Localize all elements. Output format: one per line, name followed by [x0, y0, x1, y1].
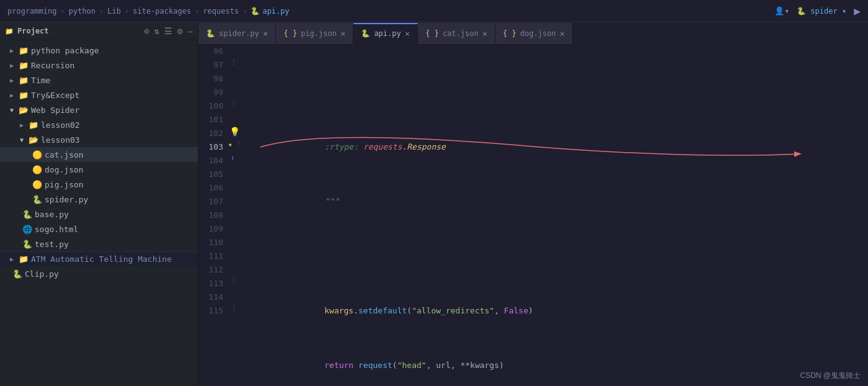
sidebar-item-test-py[interactable]: 🐍 test.py — [0, 236, 198, 251]
sidebar-item-sogo-html[interactable]: 🌐 sogo.html — [0, 222, 198, 236]
tab-label: spider.py — [219, 29, 259, 38]
sidebar-item-python-package[interactable]: ▶ 📁 python package — [0, 43, 198, 58]
tab-close-button[interactable]: × — [405, 29, 410, 38]
sidebar-locate-icon[interactable]: ⊙ — [144, 26, 149, 36]
sidebar-item-time[interactable]: ▶ 📁 Time — [0, 73, 198, 88]
folder-icon: 📁 — [19, 91, 29, 100]
lnum-115: 115 — [198, 304, 223, 318]
sidebar-item-webspider[interactable]: ▼ 📂 Web Spider — [0, 102, 198, 117]
sidebar-expand-icon[interactable]: ☰ — [164, 26, 172, 36]
bc-requests[interactable]: requests — [203, 7, 239, 16]
sidebar-item-label: python package — [31, 46, 99, 55]
star-103: ★ — [228, 140, 232, 148]
folder-icon: 📂 — [19, 105, 29, 115]
tab-label: api.py — [374, 29, 401, 38]
tab-cat-json[interactable]: { } cat.json × — [418, 23, 495, 44]
lnum-106: 106 — [198, 181, 223, 195]
breadcrumb-right: 👤▾ 🐍 spider ▾ ▶ — [774, 4, 861, 17]
code-text: return request("head", url, **kwargs) — [305, 361, 504, 370]
lnum-114: 114 — [198, 290, 223, 304]
sidebar-item-label: spider.py — [45, 195, 88, 204]
code-line-99: kwargs.setdefault("allow_redirects", Fal… — [247, 290, 868, 304]
spider-label: 🐍 spider ▾ — [797, 7, 846, 16]
branch-115: ⋮ — [231, 304, 237, 311]
tab-spider-py[interactable]: 🐍 spider.py × — [198, 23, 276, 44]
lnum-102: 102 — [198, 127, 223, 140]
sidebar-item-pig-json[interactable]: 🟡 pig.json — [0, 177, 198, 192]
tab-close-button[interactable]: × — [263, 29, 268, 38]
arrow-icon: ▶ — [10, 47, 19, 54]
sidebar-item-spider-py[interactable]: 🐍 spider.py — [0, 192, 198, 207]
run-button[interactable]: ▶ — [854, 4, 861, 17]
sidebar-item-lesson03[interactable]: ▼ 📂 lesson03 — [0, 132, 198, 147]
sidebar-item-label: lesson03 — [41, 135, 80, 145]
gutter: ⋮ ⋮ 💡 ★ ⋮ ↓ ⋮ ⋮ — [228, 45, 242, 386]
sidebar-item-label: Clip.py — [25, 269, 59, 279]
sidebar-item-tryexcept[interactable]: ▶ 📁 Try&Except — [0, 88, 198, 102]
branch-97: ⋮ — [231, 58, 237, 65]
arrow-icon: ▶ — [10, 92, 19, 99]
arrow-icon: ▼ — [20, 137, 29, 143]
tab-pig-json[interactable]: { } pig.json × — [276, 23, 353, 44]
sidebar-item-clip-py[interactable]: 🐍 Clip.py — [0, 266, 198, 281]
editor-area: 🐍 spider.py × { } pig.json × 🐍 api.py × … — [198, 22, 868, 386]
code-content[interactable]: :rtype: requests.Response """ kwargs.set… — [242, 45, 868, 386]
lnum-105: 105 — [198, 168, 223, 181]
bc-python[interactable]: python — [69, 7, 95, 16]
arrow-icon: ▶ — [20, 122, 29, 128]
json-file-icon: 🟡 — [32, 165, 42, 174]
bc-api-py[interactable]: api.py — [262, 7, 289, 16]
main-layout: 📁 Project ⊙ ⇅ ☰ ⚙ — ▶ 📁 python package ▶ — [0, 22, 868, 386]
lnum-97: 97 — [198, 58, 223, 72]
lnum-109: 109 — [198, 222, 223, 236]
sidebar-header: 📁 Project ⊙ ⇅ ☰ ⚙ — — [0, 22, 198, 40]
lnum-100: 100 — [198, 99, 223, 113]
code-line-97: """ — [247, 181, 868, 195]
tab-dog-json[interactable]: { } dog.json × — [495, 23, 573, 44]
sidebar: 📁 Project ⊙ ⇅ ☰ ⚙ — ▶ 📁 python package ▶ — [0, 22, 198, 386]
lnum-101: 101 — [198, 113, 223, 127]
bulb-102[interactable]: 💡 — [229, 127, 240, 137]
lnum-110: 110 — [198, 236, 223, 249]
html-file-icon: 🌐 — [22, 225, 32, 234]
lnum-96: 96 — [198, 45, 223, 58]
sidebar-settings-icon[interactable]: ⚙ — [177, 26, 182, 36]
sidebar-item-label: ATM Automatic Telling Machine — [31, 254, 172, 264]
sidebar-minimize-icon[interactable]: — — [188, 26, 193, 36]
sidebar-tree: ▶ 📁 python package ▶ 📁 Recursion ▶ 📁 Tim… — [0, 40, 198, 386]
sep4: › — [195, 7, 199, 16]
tab-label: pig.json — [301, 29, 337, 38]
sidebar-item-label: pig.json — [45, 180, 84, 189]
arrow-104: ↓ — [231, 154, 234, 161]
folder-icon: 📁 — [19, 61, 29, 70]
code-editor[interactable]: 96 97 98 99 100 101 102 103 104 105 106 … — [198, 45, 868, 386]
sidebar-item-label: Web Spider — [31, 105, 79, 115]
sidebar-sort-icon[interactable]: ⇅ — [154, 26, 159, 36]
bc-site-packages[interactable]: site-packages — [133, 7, 191, 16]
sidebar-item-dog-json[interactable]: 🟡 dog.json — [0, 162, 198, 177]
arrow-icon: ▼ — [10, 107, 19, 114]
tab-close-button[interactable]: × — [340, 29, 345, 38]
user-icon[interactable]: 👤▾ — [774, 6, 789, 16]
sidebar-item-recursion[interactable]: ▶ 📁 Recursion — [0, 58, 198, 73]
tab-py-icon: 🐍 — [361, 29, 370, 38]
sep2: › — [99, 7, 104, 16]
sidebar-item-cat-json[interactable]: 🟡 cat.json — [0, 147, 198, 162]
bc-lib[interactable]: Lib — [107, 7, 121, 16]
sidebar-item-lesson02[interactable]: ▶ 📁 lesson02 — [0, 117, 198, 132]
sidebar-item-label: Time — [31, 76, 50, 85]
sidebar-title: Project — [17, 27, 49, 35]
sidebar-item-atm[interactable]: ▶ 📁 ATM Automatic Telling Machine — [0, 251, 198, 266]
sidebar-item-label: sogo.html — [35, 225, 78, 234]
lnum-113: 113 — [198, 277, 223, 290]
bc-file-icon: 🐍 — [250, 7, 260, 16]
lnum-98: 98 — [198, 72, 223, 86]
tab-close-button[interactable]: × — [560, 29, 565, 38]
tab-close-button[interactable]: × — [482, 29, 487, 38]
sidebar-item-label: Recursion — [31, 61, 74, 70]
bc-programming[interactable]: programming — [7, 7, 56, 16]
arrow-icon: ▶ — [10, 62, 19, 69]
tab-api-py[interactable]: 🐍 api.py × — [353, 23, 418, 44]
sidebar-item-base-py[interactable]: 🐍 base.py — [0, 207, 198, 222]
sidebar-actions: ⊙ ⇅ ☰ ⚙ — — [144, 26, 193, 36]
